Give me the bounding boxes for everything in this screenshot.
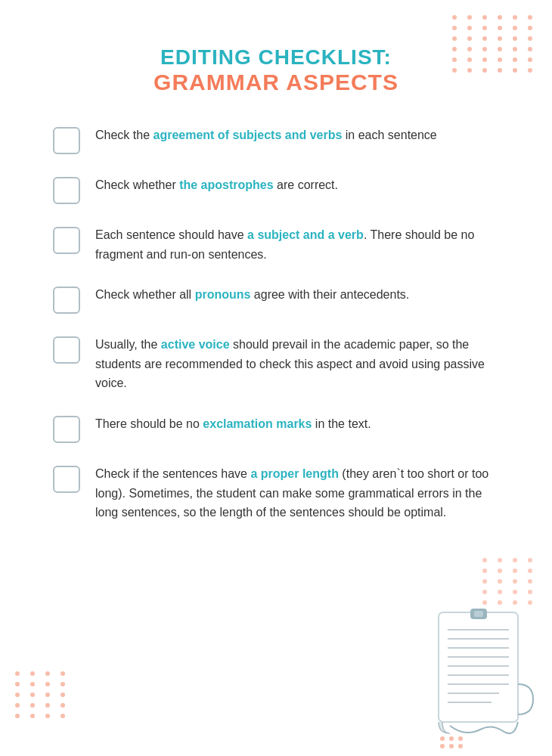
checkbox-7[interactable] (53, 466, 80, 493)
decorative-dots-top-right (452, 15, 537, 73)
list-item: Check whether all pronouns agree with th… (53, 285, 507, 314)
checkbox-5[interactable] (53, 336, 80, 364)
page-container: EDITING CHECKLIST: GRAMMAR ASPECTS Check… (0, 0, 552, 756)
checkbox-2[interactable] (53, 177, 80, 204)
highlight-apostrophes: the apostrophes (179, 178, 273, 191)
svg-point-15 (440, 744, 445, 748)
svg-point-17 (458, 744, 463, 748)
svg-point-14 (458, 736, 463, 741)
header-title-line2: GRAMMAR ASPECTS (45, 70, 507, 95)
highlight-pronouns: pronouns (195, 288, 251, 301)
list-item: Check whether the apostrophes are correc… (53, 175, 507, 204)
item-text-5: Usually, the active voice should prevail… (95, 335, 507, 393)
checkbox-6[interactable] (53, 416, 80, 443)
list-item: There should be no exclamation marks in … (53, 414, 507, 443)
item-text-1: Check the agreement of subjects and verb… (95, 125, 507, 145)
svg-rect-11 (474, 611, 483, 617)
checklist: Check the agreement of subjects and verb… (45, 125, 507, 522)
highlight-active-voice: active voice (161, 338, 230, 351)
svg-point-12 (440, 736, 445, 741)
highlight-subject-verb: a subject and a verb (247, 228, 364, 241)
decorative-dots-mid-right (482, 558, 537, 605)
highlight-exclamation: exclamation marks (203, 417, 312, 430)
paper-scroll-decoration (431, 609, 537, 748)
svg-rect-0 (439, 612, 518, 722)
highlight-agreement: agreement of subjects and verbs (153, 129, 342, 141)
list-item: Each sentence should have a subject and … (53, 225, 507, 264)
item-text-3: Each sentence should have a subject and … (95, 225, 507, 264)
checkbox-4[interactable] (53, 287, 80, 314)
list-item: Check if the sentences have a proper len… (53, 464, 507, 522)
decorative-dots-bottom-left (15, 671, 70, 718)
list-item: Usually, the active voice should prevail… (53, 335, 507, 393)
highlight-proper-length: a proper length (250, 467, 338, 480)
checkbox-3[interactable] (53, 227, 80, 254)
item-text-2: Check whether the apostrophes are correc… (95, 175, 507, 195)
item-text-7: Check if the sentences have a proper len… (95, 464, 507, 522)
item-text-4: Check whether all pronouns agree with th… (95, 285, 507, 305)
svg-point-13 (449, 736, 454, 741)
header-title-line1: EDITING CHECKLIST: (45, 45, 507, 70)
page-header: EDITING CHECKLIST: GRAMMAR ASPECTS (45, 45, 507, 95)
checkbox-1[interactable] (53, 127, 80, 154)
svg-point-16 (449, 744, 454, 748)
item-text-6: There should be no exclamation marks in … (95, 414, 507, 434)
list-item: Check the agreement of subjects and verb… (53, 125, 507, 154)
